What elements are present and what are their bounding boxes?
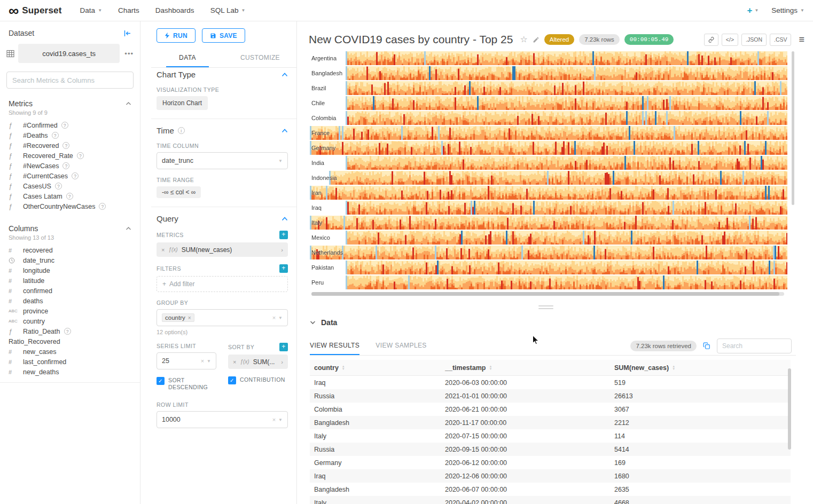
column-item[interactable]: #new_deaths (9, 367, 132, 377)
column-item[interactable]: Ratio_Recovered (9, 336, 132, 346)
group-by-tag[interactable]: country × (162, 313, 194, 322)
metric-item[interactable]: ƒ#Deaths? (9, 130, 132, 140)
nav-item-sql-lab[interactable]: SQL Lab▼ (210, 0, 246, 21)
remove-metric-icon[interactable]: × (161, 247, 165, 253)
add-sort-by-button[interactable]: + (279, 343, 288, 351)
altered-badge[interactable]: Altered (544, 34, 574, 45)
column-header--timestamp[interactable]: __timestamp▲▼ (441, 364, 610, 372)
horizon-row[interactable]: Italy (310, 216, 787, 230)
add-filter-dropzone[interactable]: + Add filter (157, 276, 288, 292)
favorite-star-icon[interactable]: ☆ (520, 35, 527, 44)
column-item[interactable]: #deaths (9, 296, 132, 306)
settings-menu[interactable]: Settings ▼ (771, 6, 804, 14)
column-item[interactable]: date_trunc (9, 255, 132, 265)
metric-item[interactable]: ƒ#Recovered? (9, 140, 132, 151)
remove-tag-icon[interactable]: × (188, 315, 191, 321)
new-button[interactable]: + ▼ (747, 5, 759, 16)
columns-section-header[interactable]: Columns (0, 217, 140, 234)
column-item[interactable]: ABCcountry (9, 316, 132, 326)
column-item[interactable]: #new_cases (9, 346, 132, 357)
table-row[interactable]: Italy2020-07-15 00:00:00114 (310, 429, 791, 443)
nav-item-charts[interactable]: Charts (118, 0, 139, 21)
table-scrollbar-thumb[interactable] (788, 368, 791, 450)
sort-by-chip[interactable]: × ƒ(x) SUM(... › (228, 355, 288, 369)
viz-type-value[interactable]: Horizon Chart (157, 96, 208, 110)
horizon-row[interactable]: India (310, 156, 787, 170)
horizon-row[interactable]: Indonesia (310, 171, 787, 185)
collapse-panel-icon[interactable] (123, 30, 131, 37)
horizon-row[interactable]: Iraq (310, 201, 787, 215)
metrics-section-header[interactable]: Metrics (0, 92, 140, 109)
metric-item[interactable]: ƒ#Confirmed? (9, 120, 132, 130)
dataset-selector[interactable]: covid19.cases_ts ••• (0, 42, 140, 65)
metric-item[interactable]: ƒ#CurrentCases? (9, 171, 132, 181)
add-filter-button[interactable]: + (279, 264, 288, 273)
metric-chip[interactable]: × ƒ(x) SUM(new_cases) › (157, 242, 288, 257)
metrics-search-input[interactable] (12, 76, 128, 84)
horizon-row[interactable]: Mexico (310, 231, 787, 245)
table-row[interactable]: Iraq2020-06-03 00:00:00519 (310, 376, 791, 389)
column-item[interactable]: ƒRatio_Death? (9, 326, 132, 336)
edit-pencil-icon[interactable] (533, 36, 540, 43)
column-header-sum-new-cases-[interactable]: SUM(new_cases)▲▼ (610, 364, 791, 372)
group-by-select[interactable]: country × × ▼ (157, 309, 288, 326)
checkbox-checked-icon[interactable]: ✓ (157, 377, 165, 385)
horizon-row[interactable]: Argentina (310, 51, 787, 65)
clear-icon[interactable]: × (201, 358, 204, 364)
tab-view-results[interactable]: VIEW RESULTS (310, 337, 359, 355)
embed-code-button[interactable]: </> (722, 34, 738, 46)
column-item[interactable]: #recovered (9, 245, 132, 255)
horizon-row[interactable]: Iran (310, 186, 787, 200)
results-search-input[interactable] (722, 342, 786, 350)
metric-item[interactable]: ƒOtherCountryNewCases? (9, 201, 132, 211)
horizon-row[interactable]: Germany (310, 141, 787, 155)
nav-item-data[interactable]: Data▼ (80, 0, 102, 21)
metric-item[interactable]: ƒ#NewCases? (9, 161, 132, 171)
column-item[interactable]: #longitude (9, 265, 132, 275)
chart-vertical-scrollbar[interactable] (792, 51, 794, 205)
chevron-up-icon[interactable] (282, 73, 288, 77)
metric-item[interactable]: ƒRecovered_Rate? (9, 151, 132, 161)
table-row[interactable]: Iraq2020-12-06 00:00:001680 (310, 469, 791, 483)
horizon-row[interactable]: Netherlands (310, 246, 787, 259)
nav-item-dashboards[interactable]: Dashboards (155, 0, 194, 21)
chart-menu-icon[interactable]: ≡ (799, 34, 804, 45)
column-item[interactable]: #last_confirmed (9, 357, 132, 367)
time-column-select[interactable]: date_trunc ▼ (157, 152, 288, 169)
save-button[interactable]: SAVE (202, 28, 245, 43)
table-row[interactable]: Russia2020-09-15 00:00:005414 (310, 443, 791, 456)
table-row[interactable]: Germany2020-06-12 00:00:00169 (310, 456, 791, 469)
column-item[interactable]: ABCprovince (9, 306, 132, 316)
export-csv-button[interactable]: .CSV (770, 34, 792, 46)
row-limit-select[interactable]: 10000 × ▼ (157, 411, 288, 428)
column-header-country[interactable]: country▲▼ (310, 364, 441, 372)
dataset-more-icon[interactable]: ••• (123, 50, 135, 58)
table-row[interactable]: Russia2021-01-01 00:00:0026613 (310, 389, 791, 403)
table-row[interactable]: Bangladesh2020-11-17 00:00:002212 (310, 416, 791, 429)
data-section-header[interactable]: Data (310, 318, 337, 327)
control-scroll[interactable]: Chart Type VISUALIZATION TYPE Horizon Ch… (140, 63, 296, 504)
run-button[interactable]: RUN (157, 28, 196, 43)
tab-view-samples[interactable]: VIEW SAMPLES (376, 337, 427, 355)
clear-icon[interactable]: × (272, 314, 276, 321)
column-item[interactable]: #confirmed (9, 286, 132, 296)
time-range-value[interactable]: -∞ ≤ col < ∞ (157, 186, 201, 198)
dataset-name[interactable]: covid19.cases_ts (18, 44, 120, 63)
series-limit-select[interactable]: 25 × ▼ (157, 352, 216, 369)
copy-results-icon[interactable] (703, 342, 710, 350)
horizon-row[interactable]: Bangladesh (310, 66, 787, 80)
chart-horizontal-scrollbar[interactable] (311, 292, 784, 296)
metric-item[interactable]: ƒCasesUS? (9, 181, 132, 191)
export-json-button[interactable]: .JSON (741, 34, 767, 46)
chevron-up-icon[interactable] (282, 129, 288, 133)
brand-name[interactable]: Superset (22, 5, 61, 16)
horizon-row[interactable]: Peru (310, 275, 787, 289)
horizon-row[interactable]: Brazil (310, 81, 787, 95)
horizon-row[interactable]: Colombia (310, 111, 787, 125)
panel-resize-handle[interactable] (538, 305, 553, 311)
add-metric-button[interactable]: + (279, 231, 288, 239)
remove-sort-icon[interactable]: × (233, 359, 236, 365)
scrollbar-thumb[interactable] (311, 292, 779, 296)
horizon-row[interactable]: Pakistan (310, 261, 787, 274)
chevron-up-icon[interactable] (282, 217, 288, 221)
